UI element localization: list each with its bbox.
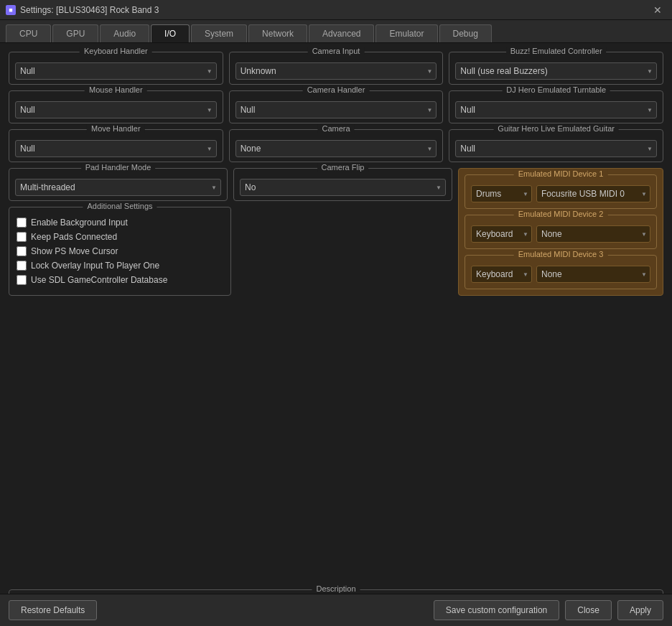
midi-device-1-device-select[interactable]: Focusrite USB MIDI 0 [536,185,650,202]
camera-select[interactable]: None [235,140,437,157]
camera-handler-label: Camera Handler [303,85,370,94]
pad-handler-mode-select-wrapper: Multi-threaded [15,179,221,196]
bottom-left: Restore Defaults [9,600,97,620]
tab-cpu[interactable]: CPU [6,24,51,42]
tab-io[interactable]: I/O [151,24,190,42]
pad-handler-mode-select[interactable]: Multi-threaded [15,179,221,196]
save-custom-button[interactable]: Save custom configuration [434,600,559,620]
tab-system[interactable]: System [191,24,247,42]
tab-debug[interactable]: Debug [439,24,492,42]
tab-bar: CPU GPU Audio I/O System Network Advance… [0,20,672,43]
mouse-handler-group: Mouse Handler Null [9,90,223,123]
title-bar-title: Settings: [BLUS30463] Rock Band 3 [20,5,159,15]
keyboard-handler-select[interactable]: Null [15,62,217,80]
midi-device-1-label: Emulated MIDI Device 1 [514,169,608,178]
midi-device-1-device-wrapper: Focusrite USB MIDI 0 [536,185,650,202]
midi-panel: Emulated MIDI Device 1 Drums Focusrite U… [458,168,663,296]
checkbox-keep-pads-check[interactable] [17,232,27,242]
camera-input-select-wrapper: Unknown [235,62,437,80]
tab-advanced[interactable]: Advanced [309,24,374,42]
dj-hero-label: DJ Hero Emulated Turntable [502,85,610,94]
close-window-button[interactable]: ✕ [649,3,666,17]
description-label: Description [312,584,360,593]
camera-input-label: Camera Input [308,47,365,55]
midi-device-3-type-select[interactable]: Keyboard [471,266,532,283]
row-4: Pad Handler Mode Multi-threaded Camera F… [9,168,663,296]
additional-settings-group: Additional Settings Enable Background In… [9,207,231,296]
midi-device-3-device-wrapper: None [536,266,650,283]
midi-device-1-type-wrapper: Drums [471,185,532,202]
camera-flip-group: Camera Flip No [233,168,452,201]
title-bar-left: ■ Settings: [BLUS30463] Rock Band 3 [6,5,159,15]
midi-device-1-group: Emulated MIDI Device 1 Drums Focusrite U… [465,174,657,209]
keyboard-handler-label: Keyboard Handler [80,47,152,55]
midi-device-3-device-select[interactable]: None [536,266,650,283]
guitar-hero-live-group: Guitar Hero Live Emulated Guitar Null [449,129,663,162]
midi-device-2-type-wrapper: Keyboard [471,225,532,243]
mouse-handler-select-wrapper: Null [15,101,217,118]
midi-device-1-type-select[interactable]: Drums [471,185,532,202]
main-content: Keyboard Handler Null Camera Input Unkno… [0,43,672,304]
midi-device-2-row: Keyboard None [471,225,650,243]
tab-audio[interactable]: Audio [100,24,149,42]
checkbox-keep-pads: Keep Pads Connected [17,232,223,242]
mouse-handler-label: Mouse Handler [85,85,147,94]
guitar-hero-live-select[interactable]: Null [455,140,657,157]
move-handler-label: Move Handler [87,124,144,133]
checkbox-sdl-gc: Use SDL GameController Database [17,275,223,285]
checkbox-lock-overlay-check[interactable] [17,261,27,271]
move-handler-group: Move Handler Null [9,129,223,162]
mouse-handler-select[interactable]: Null [15,101,217,118]
tab-gpu[interactable]: GPU [52,24,98,42]
buzz-controller-group: Buzz! Emulated Controller Null (use real… [449,52,663,85]
camera-input-select[interactable]: Unknown [235,62,437,80]
tab-emulator[interactable]: Emulator [375,24,437,42]
guitar-hero-live-label: Guitar Hero Live Emulated Guitar [493,124,619,133]
left-section: Pad Handler Mode Multi-threaded Camera F… [9,168,452,296]
camera-handler-group: Camera Handler Null [229,90,444,123]
pad-handler-mode-label: Pad Handler Mode [81,163,156,172]
midi-device-3-type-wrapper: Keyboard [471,266,532,283]
midi-device-1-row: Drums Focusrite USB MIDI 0 [471,185,650,202]
row-2: Mouse Handler Null Camera Handler Null D… [9,90,663,123]
dj-hero-select[interactable]: Null [455,101,657,118]
checkbox-sdl-gc-check[interactable] [17,275,27,285]
camera-select-wrapper: None [235,140,437,157]
midi-device-2-label: Emulated MIDI Device 2 [514,210,608,218]
checkbox-keep-pads-label: Keep Pads Connected [31,232,117,242]
pad-handler-mode-group: Pad Handler Mode Multi-threaded [9,168,228,201]
app-icon: ■ [6,5,16,15]
row-3: Move Handler Null Camera None Guitar Her… [9,129,663,162]
camera-label: Camera [317,124,354,133]
dj-hero-group: DJ Hero Emulated Turntable Null [449,90,663,123]
checkbox-bg-input-label: Enable Background Input [31,218,128,228]
checkbox-bg-input-check[interactable] [17,218,27,228]
checkbox-lock-overlay: Lock Overlay Input To Player One [17,261,223,271]
midi-device-3-label: Emulated MIDI Device 3 [514,250,608,258]
checkbox-ps-move-cursor: Show PS Move Cursor [17,246,223,256]
midi-device-2-device-wrapper: None [536,225,650,243]
camera-handler-select[interactable]: Null [235,101,437,118]
row-4-fields: Pad Handler Mode Multi-threaded Camera F… [9,168,452,201]
content-wrapper: Keyboard Handler Null Camera Input Unkno… [0,43,672,589]
midi-device-2-device-select[interactable]: None [536,225,650,243]
restore-defaults-button[interactable]: Restore Defaults [9,600,97,620]
row-1: Keyboard Handler Null Camera Input Unkno… [9,52,663,85]
apply-button[interactable]: Apply [617,600,663,620]
checkbox-ps-move-cursor-check[interactable] [17,246,27,256]
move-handler-select[interactable]: Null [15,140,217,157]
camera-handler-select-wrapper: Null [235,101,437,118]
keyboard-handler-select-wrapper: Null [15,62,217,80]
camera-flip-select-wrapper: No [240,179,446,196]
buzz-controller-select[interactable]: Null (use real Buzzers) [455,62,657,80]
midi-device-3-row: Keyboard None [471,266,650,283]
midi-device-2-type-select[interactable]: Keyboard [471,225,532,243]
dj-hero-select-wrapper: Null [455,101,657,118]
title-bar: ■ Settings: [BLUS30463] Rock Band 3 ✕ [0,0,672,20]
close-button[interactable]: Close [565,600,612,620]
bottom-bar: Restore Defaults Save custom configurati… [0,594,672,626]
checkbox-ps-move-cursor-label: Show PS Move Cursor [31,246,118,256]
camera-flip-select[interactable]: No [240,179,446,196]
tab-network[interactable]: Network [248,24,307,42]
buzz-controller-select-wrapper: Null (use real Buzzers) [455,62,657,80]
